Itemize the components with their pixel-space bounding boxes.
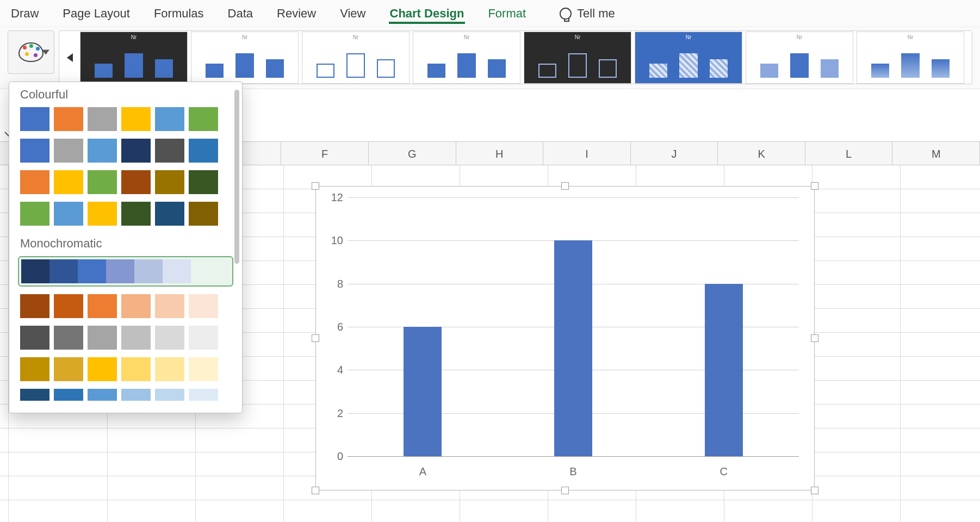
ribbon-content: Nr Nr Nr Nr Nr Nr Nr Nr (0, 27, 980, 89)
palette-colourful-2[interactable] (20, 139, 231, 163)
color-swatch (134, 259, 163, 283)
x-tick-label: B (569, 465, 576, 478)
color-swatch (20, 202, 49, 226)
color-swatch (49, 259, 78, 283)
palette-mono-1[interactable] (18, 256, 233, 287)
palette-colourful-4[interactable] (20, 202, 231, 226)
chart-style-5[interactable]: Nr (524, 32, 631, 84)
resize-handle-bl[interactable] (312, 487, 319, 494)
y-tick-label: 10 (325, 234, 343, 247)
color-swatch (155, 326, 184, 350)
color-swatch (54, 389, 83, 401)
chart-style-8[interactable]: Nr (857, 32, 964, 84)
chart-style-7[interactable]: Nr (746, 32, 853, 84)
chart-style-gallery: Nr Nr Nr Nr Nr Nr Nr Nr (59, 30, 972, 84)
tab-review[interactable]: Review (276, 3, 317, 24)
palette-mono-5[interactable] (20, 389, 231, 401)
palette-colourful-3[interactable] (20, 170, 231, 194)
resize-handle-ml[interactable] (312, 334, 319, 342)
color-swatch (189, 139, 218, 163)
palette-mono-2[interactable] (20, 294, 231, 318)
thumb-title: Nr (746, 34, 853, 40)
gallery-prev-button[interactable] (63, 33, 77, 82)
plot-area[interactable]: 024681012ABC (348, 197, 799, 456)
tab-view[interactable]: View (339, 3, 367, 24)
resize-handle-tm[interactable] (561, 182, 569, 190)
y-tick-label: 8 (325, 277, 343, 290)
col-header-H[interactable]: H (456, 142, 544, 165)
col-header-I[interactable]: I (543, 142, 631, 165)
tab-format[interactable]: Format (487, 3, 527, 24)
tab-chart-design[interactable]: Chart Design (389, 3, 466, 24)
tab-formulas[interactable]: Formulas (153, 3, 205, 24)
col-header-F[interactable]: F (281, 142, 369, 165)
tell-me[interactable]: Tell me (560, 7, 615, 21)
palette-icon (18, 42, 44, 62)
resize-handle-tr[interactable] (811, 182, 818, 190)
color-swatch (106, 259, 134, 283)
color-swatch (189, 294, 218, 318)
color-swatch (20, 139, 49, 163)
color-swatch (155, 139, 184, 163)
change-colors-button[interactable] (8, 30, 54, 74)
color-swatch (88, 170, 117, 194)
resize-handle-tl[interactable] (312, 182, 319, 190)
y-tick-label: 6 (325, 321, 343, 333)
color-swatch (20, 170, 49, 194)
palette-mono-3[interactable] (20, 326, 231, 350)
color-swatch (54, 326, 83, 350)
tab-draw[interactable]: Draw (10, 3, 40, 24)
section-colourful: Colourful (17, 84, 234, 107)
chart-bar[interactable] (404, 327, 442, 456)
chart-bar[interactable] (705, 284, 743, 456)
col-header-J[interactable]: J (631, 142, 718, 165)
color-swatch (20, 389, 49, 401)
chart-object[interactable]: 024681012ABC (315, 186, 815, 490)
color-swatch (155, 202, 184, 226)
color-swatch (121, 389, 151, 401)
thumb-title: Nr (191, 34, 298, 40)
color-swatch (189, 202, 218, 226)
color-swatch (163, 259, 191, 283)
color-swatch (88, 326, 117, 350)
color-swatch (155, 389, 184, 401)
resize-handle-mr[interactable] (811, 334, 818, 342)
color-swatch (88, 294, 117, 318)
color-swatch (54, 107, 83, 131)
color-swatch (189, 107, 218, 131)
color-swatch (88, 107, 117, 131)
chevron-down-icon (42, 50, 49, 55)
col-header-L[interactable]: L (805, 142, 893, 165)
color-swatch (121, 107, 151, 131)
color-swatch (20, 107, 49, 131)
chart-bar[interactable] (554, 240, 592, 456)
thumb-title: Nr (524, 34, 631, 40)
y-tick-label: 12 (325, 191, 343, 204)
color-swatch (54, 139, 83, 163)
color-swatch (121, 294, 151, 318)
palette-mono-4[interactable] (20, 357, 231, 381)
chart-style-1[interactable]: Nr (80, 32, 188, 84)
palette-colourful-1[interactable] (20, 107, 231, 131)
tab-page-layout[interactable]: Page Layout (61, 3, 131, 24)
color-swatch (88, 357, 117, 381)
chart-style-3[interactable]: Nr (302, 32, 410, 84)
chart-style-2[interactable]: Nr (191, 32, 299, 84)
color-swatch (54, 202, 83, 226)
tab-data[interactable]: Data (227, 3, 254, 24)
chart-style-4[interactable]: Nr (413, 32, 520, 84)
scrollbar[interactable] (234, 90, 239, 264)
col-header-K[interactable]: K (718, 142, 805, 165)
color-swatch (88, 202, 117, 226)
col-header-M[interactable]: M (892, 142, 980, 165)
section-monochrome: Monochromatic (17, 233, 234, 256)
chevron-left-icon (67, 53, 73, 62)
thumb-title: Nr (857, 34, 964, 40)
color-swatch (88, 389, 117, 401)
resize-handle-bm[interactable] (561, 487, 569, 494)
col-header-G[interactable]: G (369, 142, 456, 165)
color-swatch (189, 170, 218, 194)
resize-handle-br[interactable] (811, 487, 818, 494)
y-tick-label: 4 (325, 364, 343, 376)
chart-style-6[interactable]: Nr (635, 32, 742, 84)
